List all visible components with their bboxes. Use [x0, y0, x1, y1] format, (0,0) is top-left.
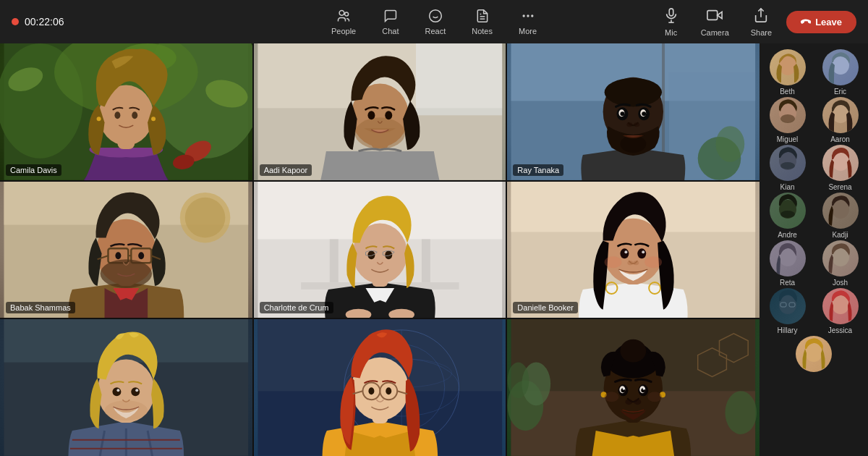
sidebar-item-josh[interactable]: Josh [822, 240, 859, 287]
video-cell-ray[interactable]: Ray Tanaka [507, 43, 760, 180]
svg-point-32 [151, 117, 156, 121]
video-cell-aadi[interactable]: Aadi Kapoor [254, 43, 506, 180]
sidebar-avatar-kadji [822, 193, 859, 229]
sidebar-avatar-josh [822, 240, 859, 276]
sidebar-name-serena: Serena [828, 183, 851, 191]
share-button[interactable]: Share [744, 3, 779, 41]
avatar-avatar2 [254, 319, 506, 456]
svg-point-97 [605, 256, 622, 268]
sidebar-item-andre[interactable]: Andre [770, 193, 806, 239]
camera-icon [707, 7, 723, 27]
sidebar-avatar-aaron [822, 97, 859, 133]
sidebar-item-jessica[interactable]: Jessica [822, 288, 859, 334]
svg-point-55 [642, 111, 647, 116]
ray-label: Ray Tanaka [513, 164, 563, 176]
chat-icon [383, 9, 398, 25]
sidebar-item-serena[interactable]: Serena [822, 145, 859, 191]
chat-label: Chat [382, 27, 399, 35]
sidebar-name-miguel: Miguel [777, 135, 798, 143]
video-cell-camila[interactable]: Camila Davis [0, 43, 252, 180]
svg-point-160 [780, 162, 795, 169]
babak-video [0, 182, 252, 318]
mic-button[interactable]: Mic [656, 3, 686, 41]
sidebar-row-4: Andre Kadji [762, 193, 865, 239]
more-button[interactable]: More [509, 4, 547, 40]
svg-point-2 [430, 9, 442, 22]
svg-point-153 [648, 392, 663, 402]
svg-point-0 [339, 10, 344, 15]
sidebar-name-jessica: Jessica [828, 326, 852, 334]
sidebar-item-kadji[interactable]: Kadji [822, 193, 859, 239]
notes-label: Notes [472, 27, 493, 35]
camera-button[interactable]: Camera [694, 3, 736, 41]
mic-label: Mic [665, 28, 677, 37]
avatar-danielle [507, 182, 760, 318]
svg-point-54 [621, 111, 625, 116]
sidebar-row-6: Hillary Jessica [762, 288, 865, 334]
svg-rect-15 [707, 10, 718, 20]
mic-icon [663, 7, 679, 27]
avatar-camila [0, 43, 252, 180]
sidebar-item-kian[interactable]: Kian [770, 145, 806, 191]
svg-point-109 [135, 389, 138, 392]
svg-point-107 [131, 388, 140, 397]
notes-button[interactable]: Notes [461, 4, 503, 40]
video-grid: Camila Davis [0, 43, 760, 456]
react-icon [428, 9, 443, 25]
video-cell-guy[interactable] [0, 319, 252, 456]
avatar-charlotte [254, 182, 506, 318]
svg-point-10 [531, 14, 533, 17]
avatar-babak [0, 182, 252, 318]
svg-point-92 [638, 248, 647, 258]
sidebar-item-extra[interactable] [796, 336, 832, 372]
svg-point-98 [645, 256, 663, 268]
sidebar-name-eric: Eric [834, 88, 846, 96]
sidebar-item-eric[interactable]: Eric [822, 49, 859, 96]
chat-button[interactable]: Chat [372, 4, 409, 40]
people-button[interactable]: People [321, 4, 366, 40]
main-content: Camila Davis [0, 43, 868, 456]
avatar3-video [507, 319, 760, 456]
sidebar-item-beth[interactable]: Beth [770, 49, 806, 96]
danielle-video [507, 182, 760, 318]
svg-point-96 [634, 261, 639, 265]
svg-rect-78 [422, 239, 430, 282]
share-icon [753, 7, 769, 27]
leave-button[interactable]: Leave [786, 11, 856, 33]
svg-point-125 [368, 388, 374, 395]
svg-point-147 [643, 388, 645, 390]
sidebar-name-kian: Kian [780, 183, 794, 191]
aadi-video [254, 43, 506, 180]
sidebar-item-reta[interactable]: Reta [770, 240, 806, 287]
camila-label: Camila Davis [6, 164, 61, 176]
people-icon [336, 9, 351, 25]
sidebar-avatar-reta [770, 240, 806, 276]
sidebar-name-reta: Reta [780, 279, 795, 287]
sidebar-avatar-jessica [822, 288, 859, 324]
svg-point-148 [626, 400, 633, 405]
sidebar-item-hillary[interactable]: Hillary [770, 288, 806, 334]
svg-point-157 [780, 114, 795, 123]
svg-point-108 [116, 389, 119, 392]
timer-area: 00:22:06 [12, 16, 64, 28]
svg-point-8 [522, 14, 524, 17]
sidebar-item-aaron[interactable]: Aaron [822, 97, 859, 143]
guy-video [0, 319, 252, 456]
sidebar-row-7 [762, 336, 865, 372]
sidebar-item-miguel[interactable]: Miguel [770, 97, 806, 143]
video-cell-avatar2[interactable] [254, 319, 506, 456]
top-bar: 00:22:06 People Chat [0, 0, 868, 43]
video-cell-babak[interactable]: Babak Shammas [0, 182, 252, 318]
svg-point-139 [621, 339, 647, 363]
video-cell-avatar3[interactable] [507, 319, 760, 456]
svg-point-57 [634, 122, 640, 127]
sidebar-avatar-eric [822, 49, 859, 85]
svg-point-94 [642, 250, 645, 253]
svg-marker-14 [718, 12, 722, 18]
leave-label: Leave [815, 17, 842, 28]
video-cell-charlotte[interactable]: Charlotte de Crum [254, 182, 506, 318]
avatar2-video [254, 319, 506, 456]
video-cell-danielle[interactable]: Danielle Booker [507, 182, 760, 318]
react-button[interactable]: React [414, 4, 456, 40]
svg-point-31 [97, 117, 101, 121]
